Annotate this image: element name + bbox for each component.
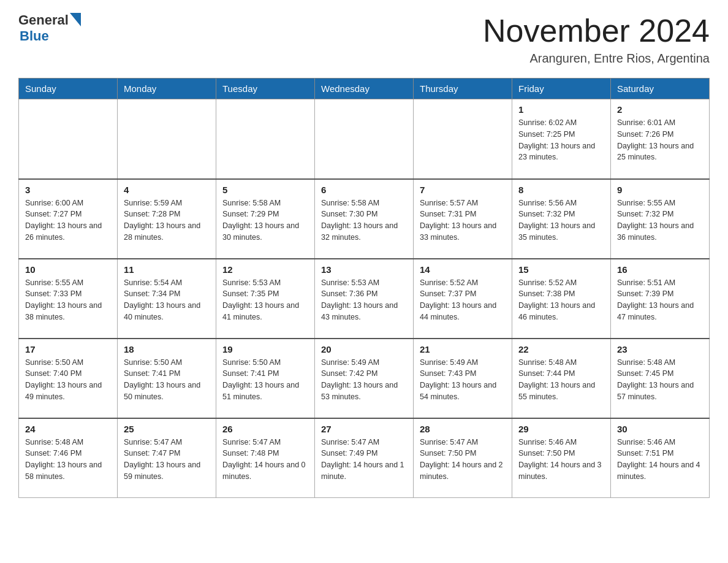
day-number: 25: [124, 424, 210, 434]
day-number: 18: [124, 344, 210, 354]
calendar-table: SundayMondayTuesdayWednesdayThursdayFrid…: [18, 78, 710, 498]
day-number: 28: [420, 424, 506, 434]
calendar-cell: 4Sunrise: 5:59 AMSunset: 7:28 PMDaylight…: [118, 179, 216, 259]
page-header: General Blue November 2024 Aranguren, En…: [18, 12, 710, 66]
day-info: Sunrise: 5:53 AMSunset: 7:35 PMDaylight:…: [222, 277, 308, 323]
day-info: Sunrise: 6:01 AMSunset: 7:26 PMDaylight:…: [617, 117, 703, 163]
calendar-cell: 11Sunrise: 5:54 AMSunset: 7:34 PMDayligh…: [118, 259, 216, 339]
day-info: Sunrise: 5:55 AMSunset: 7:32 PMDaylight:…: [617, 197, 703, 243]
calendar-cell: 26Sunrise: 5:47 AMSunset: 7:48 PMDayligh…: [216, 418, 315, 498]
day-info: Sunrise: 5:56 AMSunset: 7:32 PMDaylight:…: [518, 197, 604, 243]
calendar-cell: 28Sunrise: 5:47 AMSunset: 7:50 PMDayligh…: [414, 418, 512, 498]
day-info: Sunrise: 5:52 AMSunset: 7:37 PMDaylight:…: [420, 277, 506, 323]
day-number: 24: [25, 424, 111, 434]
day-info: Sunrise: 5:50 AMSunset: 7:41 PMDaylight:…: [222, 357, 308, 403]
location-subtitle: Aranguren, Entre Rios, Argentina: [483, 52, 710, 66]
calendar-cell: 19Sunrise: 5:50 AMSunset: 7:41 PMDayligh…: [216, 339, 315, 418]
svg-marker-0: [70, 13, 81, 26]
calendar-week-row: 24Sunrise: 5:48 AMSunset: 7:46 PMDayligh…: [19, 418, 710, 498]
calendar-week-row: 17Sunrise: 5:50 AMSunset: 7:40 PMDayligh…: [19, 339, 710, 418]
day-number: 23: [617, 344, 703, 354]
calendar-cell: 12Sunrise: 5:53 AMSunset: 7:35 PMDayligh…: [216, 259, 315, 339]
day-number: 21: [420, 344, 506, 354]
calendar-cell: 13Sunrise: 5:53 AMSunset: 7:36 PMDayligh…: [315, 259, 414, 339]
calendar-cell: 27Sunrise: 5:47 AMSunset: 7:49 PMDayligh…: [315, 418, 414, 498]
day-info: Sunrise: 5:50 AMSunset: 7:41 PMDaylight:…: [124, 357, 210, 403]
day-info: Sunrise: 5:47 AMSunset: 7:49 PMDaylight:…: [321, 437, 407, 483]
calendar-cell: 14Sunrise: 5:52 AMSunset: 7:37 PMDayligh…: [414, 259, 512, 339]
calendar-cell: [414, 99, 512, 179]
day-info: Sunrise: 5:47 AMSunset: 7:47 PMDaylight:…: [124, 437, 210, 483]
day-info: Sunrise: 5:57 AMSunset: 7:31 PMDaylight:…: [420, 197, 506, 243]
logo: General Blue: [18, 12, 81, 44]
day-info: Sunrise: 5:49 AMSunset: 7:42 PMDaylight:…: [321, 357, 407, 403]
day-number: 10: [25, 264, 111, 275]
day-info: Sunrise: 5:58 AMSunset: 7:30 PMDaylight:…: [321, 197, 407, 243]
day-info: Sunrise: 5:48 AMSunset: 7:44 PMDaylight:…: [518, 357, 604, 403]
day-info: Sunrise: 5:52 AMSunset: 7:38 PMDaylight:…: [518, 277, 604, 323]
day-number: 8: [518, 185, 604, 195]
day-number: 11: [124, 264, 210, 275]
day-number: 27: [321, 424, 407, 434]
weekday-header-friday: Friday: [512, 79, 611, 99]
day-number: 9: [617, 185, 703, 195]
weekday-header-saturday: Saturday: [611, 79, 710, 99]
calendar-cell: 5Sunrise: 5:58 AMSunset: 7:29 PMDaylight…: [216, 179, 315, 259]
calendar-cell: 30Sunrise: 5:46 AMSunset: 7:51 PMDayligh…: [611, 418, 710, 498]
title-area: November 2024 Aranguren, Entre Rios, Arg…: [483, 12, 710, 66]
day-number: 6: [321, 185, 407, 195]
weekday-header-monday: Monday: [118, 79, 216, 99]
calendar-cell: 10Sunrise: 5:55 AMSunset: 7:33 PMDayligh…: [19, 259, 118, 339]
day-number: 30: [617, 424, 703, 434]
month-year-title: November 2024: [483, 12, 710, 49]
day-info: Sunrise: 5:47 AMSunset: 7:50 PMDaylight:…: [420, 437, 506, 483]
day-number: 16: [617, 264, 703, 275]
day-number: 29: [518, 424, 604, 434]
day-number: 17: [25, 344, 111, 354]
day-info: Sunrise: 5:49 AMSunset: 7:43 PMDaylight:…: [420, 357, 506, 403]
calendar-cell: 21Sunrise: 5:49 AMSunset: 7:43 PMDayligh…: [414, 339, 512, 418]
calendar-cell: 18Sunrise: 5:50 AMSunset: 7:41 PMDayligh…: [118, 339, 216, 418]
day-info: Sunrise: 5:55 AMSunset: 7:33 PMDaylight:…: [25, 277, 111, 323]
weekday-header-sunday: Sunday: [19, 79, 118, 99]
calendar-cell: [118, 99, 216, 179]
day-info: Sunrise: 5:59 AMSunset: 7:28 PMDaylight:…: [124, 197, 210, 243]
weekday-header-wednesday: Wednesday: [315, 79, 414, 99]
day-info: Sunrise: 5:53 AMSunset: 7:36 PMDaylight:…: [321, 277, 407, 323]
day-number: 14: [420, 264, 506, 275]
day-info: Sunrise: 5:54 AMSunset: 7:34 PMDaylight:…: [124, 277, 210, 323]
logo-general-text: General: [18, 12, 69, 28]
day-number: 4: [124, 185, 210, 195]
day-number: 26: [222, 424, 308, 434]
calendar-cell: [216, 99, 315, 179]
calendar-week-row: 1Sunrise: 6:02 AMSunset: 7:25 PMDaylight…: [19, 99, 710, 179]
day-number: 22: [518, 344, 604, 354]
calendar-week-row: 10Sunrise: 5:55 AMSunset: 7:33 PMDayligh…: [19, 259, 710, 339]
calendar-cell: 20Sunrise: 5:49 AMSunset: 7:42 PMDayligh…: [315, 339, 414, 418]
calendar-cell: 29Sunrise: 5:46 AMSunset: 7:50 PMDayligh…: [512, 418, 611, 498]
logo-blue-text: Blue: [20, 28, 81, 44]
calendar-cell: 17Sunrise: 5:50 AMSunset: 7:40 PMDayligh…: [19, 339, 118, 418]
day-number: 2: [617, 104, 703, 115]
weekday-header-thursday: Thursday: [414, 79, 512, 99]
calendar-week-row: 3Sunrise: 6:00 AMSunset: 7:27 PMDaylight…: [19, 179, 710, 259]
day-info: Sunrise: 5:47 AMSunset: 7:48 PMDaylight:…: [222, 437, 308, 483]
day-number: 12: [222, 264, 308, 275]
day-number: 13: [321, 264, 407, 275]
day-number: 20: [321, 344, 407, 354]
calendar-cell: 24Sunrise: 5:48 AMSunset: 7:46 PMDayligh…: [19, 418, 118, 498]
calendar-cell: 22Sunrise: 5:48 AMSunset: 7:44 PMDayligh…: [512, 339, 611, 418]
logo-arrow-icon: [70, 13, 81, 26]
calendar-cell: 1Sunrise: 6:02 AMSunset: 7:25 PMDaylight…: [512, 99, 611, 179]
day-number: 15: [518, 264, 604, 275]
day-info: Sunrise: 5:48 AMSunset: 7:45 PMDaylight:…: [617, 357, 703, 403]
day-info: Sunrise: 5:48 AMSunset: 7:46 PMDaylight:…: [25, 437, 111, 483]
day-number: 19: [222, 344, 308, 354]
day-info: Sunrise: 5:50 AMSunset: 7:40 PMDaylight:…: [25, 357, 111, 403]
day-number: 7: [420, 185, 506, 195]
calendar-cell: 16Sunrise: 5:51 AMSunset: 7:39 PMDayligh…: [611, 259, 710, 339]
calendar-cell: [315, 99, 414, 179]
day-number: 5: [222, 185, 308, 195]
day-info: Sunrise: 6:02 AMSunset: 7:25 PMDaylight:…: [518, 117, 604, 163]
day-info: Sunrise: 5:51 AMSunset: 7:39 PMDaylight:…: [617, 277, 703, 323]
